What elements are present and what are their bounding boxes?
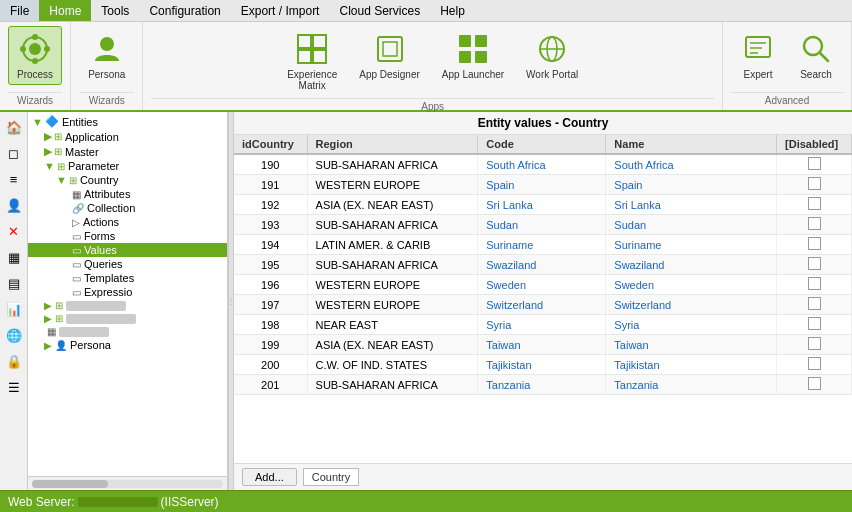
cell-name[interactable]: Swaziland xyxy=(606,255,777,275)
tree-node-entities[interactable]: ▼ 🔷 Entities xyxy=(28,114,227,129)
cell-code[interactable]: Tanzania xyxy=(478,375,606,395)
disabled-checkbox[interactable] xyxy=(808,237,821,250)
cell-code[interactable]: Spain xyxy=(478,175,606,195)
cell-name[interactable]: Tajikistan xyxy=(606,355,777,375)
table-row[interactable]: 195 SUB-SAHARAN AFRICA Swaziland Swazila… xyxy=(234,255,852,275)
cell-disabled[interactable] xyxy=(777,335,852,355)
cell-name[interactable]: Suriname xyxy=(606,235,777,255)
tree-node-persona[interactable]: ▶ 👤 Persona xyxy=(28,338,227,352)
cell-code[interactable]: Switzerland xyxy=(478,295,606,315)
disabled-checkbox[interactable] xyxy=(808,197,821,210)
col-header-disabled[interactable]: [Disabled] xyxy=(777,135,852,154)
menu-home[interactable]: Home xyxy=(39,0,91,21)
tree-node-actions[interactable]: ▷ Actions xyxy=(28,215,227,229)
cell-code[interactable]: Taiwan xyxy=(478,335,606,355)
col-header-code[interactable]: Code xyxy=(478,135,606,154)
tree-node-application[interactable]: ▶ ⊞ Application xyxy=(28,129,227,144)
cell-name[interactable]: Sudan xyxy=(606,215,777,235)
table-row[interactable]: 196 WESTERN EUROPE Sweden Sweden xyxy=(234,275,852,295)
cell-disabled[interactable] xyxy=(777,154,852,175)
cell-name[interactable]: Sri Lanka xyxy=(606,195,777,215)
cell-name[interactable]: South Africa xyxy=(606,154,777,175)
cell-disabled[interactable] xyxy=(777,275,852,295)
table-row[interactable]: 190 SUB-SAHARAN AFRICA South Africa Sout… xyxy=(234,154,852,175)
sidebar-icon-menu[interactable]: ☰ xyxy=(3,376,25,398)
table-row[interactable]: 201 SUB-SAHARAN AFRICA Tanzania Tanzania xyxy=(234,375,852,395)
sidebar-icon-globe[interactable]: 🌐 xyxy=(3,324,25,346)
ribbon-btn-app-designer[interactable]: App Designer xyxy=(350,26,429,85)
table-row[interactable]: 199 ASIA (EX. NEAR EAST) Taiwan Taiwan xyxy=(234,335,852,355)
tree-node-attributes[interactable]: ▦ Attributes xyxy=(28,187,227,201)
cell-code[interactable]: Sri Lanka xyxy=(478,195,606,215)
cell-name[interactable]: Taiwan xyxy=(606,335,777,355)
cell-name[interactable]: Switzerland xyxy=(606,295,777,315)
cell-name[interactable]: Syria xyxy=(606,315,777,335)
table-row[interactable]: 198 NEAR EAST Syria Syria xyxy=(234,315,852,335)
disabled-checkbox[interactable] xyxy=(808,337,821,350)
disabled-checkbox[interactable] xyxy=(808,297,821,310)
tree-node-master[interactable]: ▶ ⊞ Master xyxy=(28,144,227,159)
tree-node-queries[interactable]: ▭ Queries xyxy=(28,257,227,271)
disabled-checkbox[interactable] xyxy=(808,317,821,330)
sidebar-icon-chart[interactable]: 📊 xyxy=(3,298,25,320)
sidebar-icon-rows[interactable]: ▤ xyxy=(3,272,25,294)
disabled-checkbox[interactable] xyxy=(808,357,821,370)
cell-code[interactable]: Syria xyxy=(478,315,606,335)
cell-disabled[interactable] xyxy=(777,195,852,215)
menu-cloud-services[interactable]: Cloud Services xyxy=(329,0,430,21)
add-button[interactable]: Add... xyxy=(242,468,297,486)
cell-disabled[interactable] xyxy=(777,235,852,255)
sidebar-icon-window[interactable]: ◻ xyxy=(3,142,25,164)
ribbon-btn-persona[interactable]: Persona xyxy=(79,26,134,85)
cell-disabled[interactable] xyxy=(777,355,852,375)
tree-node-empty1[interactable]: ▶ ⊞ xyxy=(28,299,227,312)
sidebar-icon-home[interactable]: 🏠 xyxy=(3,116,25,138)
menu-file[interactable]: File xyxy=(0,0,39,21)
cell-disabled[interactable] xyxy=(777,255,852,275)
cell-code[interactable]: Tajikistan xyxy=(478,355,606,375)
disabled-checkbox[interactable] xyxy=(808,377,821,390)
disabled-checkbox[interactable] xyxy=(808,217,821,230)
tree-node-templates[interactable]: ▭ Templates xyxy=(28,271,227,285)
ribbon-btn-expert[interactable]: Expert xyxy=(731,26,785,85)
tree-node-empty2[interactable]: ▶ ⊞ xyxy=(28,312,227,325)
col-header-region[interactable]: Region xyxy=(307,135,478,154)
tree-node-forms[interactable]: ▭ Forms xyxy=(28,229,227,243)
menu-configuration[interactable]: Configuration xyxy=(139,0,230,21)
table-row[interactable]: 194 LATIN AMER. & CARIB Suriname Surinam… xyxy=(234,235,852,255)
tree-node-collection[interactable]: 🔗 Collection xyxy=(28,201,227,215)
sidebar-icon-close[interactable]: ✕ xyxy=(3,220,25,242)
cell-name[interactable]: Spain xyxy=(606,175,777,195)
table-row[interactable]: 193 SUB-SAHARAN AFRICA Sudan Sudan xyxy=(234,215,852,235)
ribbon-btn-work-portal[interactable]: Work Portal xyxy=(517,26,587,85)
cell-code[interactable]: Sudan xyxy=(478,215,606,235)
cell-code[interactable]: Suriname xyxy=(478,235,606,255)
cell-name[interactable]: Tanzania xyxy=(606,375,777,395)
tree-node-expressio[interactable]: ▭ Expressio xyxy=(28,285,227,299)
col-header-id[interactable]: idCountry xyxy=(234,135,307,154)
sidebar-icon-list[interactable]: ≡ xyxy=(3,168,25,190)
sidebar-icon-grid[interactable]: ▦ xyxy=(3,246,25,268)
disabled-checkbox[interactable] xyxy=(808,257,821,270)
ribbon-btn-search[interactable]: Search xyxy=(789,26,843,85)
ribbon-btn-process[interactable]: Process xyxy=(8,26,62,85)
cell-disabled[interactable] xyxy=(777,375,852,395)
cell-disabled[interactable] xyxy=(777,175,852,195)
tree-node-country[interactable]: ▼ ⊞ Country xyxy=(28,173,227,187)
cell-disabled[interactable] xyxy=(777,315,852,335)
ribbon-btn-experience-matrix[interactable]: ExperienceMatrix xyxy=(278,26,346,96)
cell-disabled[interactable] xyxy=(777,215,852,235)
cell-code[interactable]: South Africa xyxy=(478,154,606,175)
menu-help[interactable]: Help xyxy=(430,0,475,21)
sidebar-icon-user[interactable]: 👤 xyxy=(3,194,25,216)
table-row[interactable]: 200 C.W. OF IND. STATES Tajikistan Tajik… xyxy=(234,355,852,375)
cell-name[interactable]: Sweden xyxy=(606,275,777,295)
cell-code[interactable]: Swaziland xyxy=(478,255,606,275)
table-row[interactable]: 192 ASIA (EX. NEAR EAST) Sri Lanka Sri L… xyxy=(234,195,852,215)
table-row[interactable]: 191 WESTERN EUROPE Spain Spain xyxy=(234,175,852,195)
menu-export-import[interactable]: Export / Import xyxy=(231,0,330,21)
tree-node-values[interactable]: ▭ Values xyxy=(28,243,227,257)
col-header-name[interactable]: Name xyxy=(606,135,777,154)
cell-code[interactable]: Sweden xyxy=(478,275,606,295)
ribbon-btn-app-launcher[interactable]: App Launcher xyxy=(433,26,513,85)
